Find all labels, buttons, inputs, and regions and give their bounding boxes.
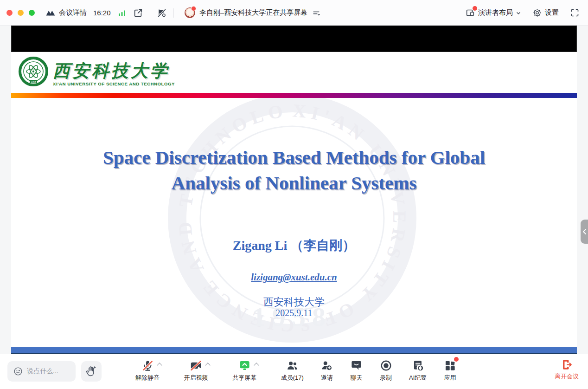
chevron-up-icon[interactable] <box>205 363 210 368</box>
shared-screen-stage: XI'AN UNIVERSITY OF SCIENCE AND TECHNOLO… <box>0 26 588 354</box>
toolbar-buttons: 解除静音 开启视频 <box>135 358 456 382</box>
zoom-window-button[interactable] <box>29 10 35 16</box>
slide-affiliation: 西安科技大学 <box>11 295 577 309</box>
ai-notes-label: AI纪要 <box>409 374 427 382</box>
invite-label: 邀请 <box>321 374 333 382</box>
divider <box>150 8 150 18</box>
mic-off-icon <box>141 359 154 372</box>
members-label: 成员(17) <box>281 374 304 382</box>
divider <box>173 8 174 18</box>
share-screen-label: 共享屏幕 <box>232 374 256 382</box>
close-window-button[interactable] <box>6 10 13 16</box>
meeting-details-label: 会议详情 <box>59 8 87 17</box>
slide-gradient-rule <box>11 93 577 98</box>
window-controls <box>6 0 35 26</box>
chat-placeholder: 说点什么... <box>27 367 58 376</box>
settings-label: 设置 <box>545 8 559 17</box>
unmute-label: 解除静音 <box>135 374 160 382</box>
record-icon <box>380 359 392 372</box>
unmute-button[interactable]: 解除静音 <box>135 358 167 382</box>
meeting-time: 16:20 <box>93 9 111 17</box>
presentation-slide: XI'AN UNIVERSITY OF SCIENCE AND TECHNOLO… <box>11 52 577 347</box>
start-video-label: 开启视频 <box>184 374 208 382</box>
university-logo: 1958 西安科技大学 XI'AN UNIVERSITY OF SCIENCE … <box>19 57 175 86</box>
start-video-button[interactable]: 开启视频 <box>184 358 216 382</box>
titlebar: 会议详情 16:20 李自刚–西安科技大学正在共享屏幕 <box>0 0 588 26</box>
fullscreen-icon[interactable] <box>570 8 580 18</box>
notification-badge <box>454 357 459 362</box>
record-label: 录制 <box>380 374 392 382</box>
annotation-disabled-icon[interactable] <box>157 8 167 18</box>
layout-icon <box>465 8 475 18</box>
members-button[interactable]: 成员(17) <box>281 358 304 382</box>
leave-meeting-icon <box>561 358 573 371</box>
ai-notes-button[interactable]: AI纪要 <box>409 358 427 382</box>
network-signal-icon <box>117 8 127 18</box>
invite-button[interactable]: 邀请 <box>320 358 333 382</box>
ai-notes-icon <box>412 359 424 372</box>
slide-date: 2025.9.11 <box>11 308 577 318</box>
gear-icon <box>532 8 542 18</box>
collapse-lines-icon[interactable] <box>312 8 321 18</box>
meeting-app-logo-icon <box>45 7 56 19</box>
settings-button[interactable]: 设置 <box>532 8 559 18</box>
slide-title: Space Discretization Based Methods for G… <box>11 145 577 196</box>
chevron-up-icon[interactable] <box>254 363 259 368</box>
open-external-icon[interactable] <box>133 8 143 18</box>
minimize-window-button[interactable] <box>18 10 24 16</box>
record-button[interactable]: 录制 <box>380 358 392 382</box>
svg-text:1958: 1958 <box>31 80 36 83</box>
meeting-toolbar: 说点什么... 解除静音 <box>0 354 588 389</box>
chat-input[interactable]: 说点什么... <box>7 361 76 382</box>
slide-author: Zigang Li （李自刚） <box>11 237 577 254</box>
chevron-up-icon[interactable] <box>157 363 162 368</box>
meeting-details-button[interactable]: 会议详情 <box>45 7 87 19</box>
collapse-panel-handle[interactable] <box>581 220 588 244</box>
members-icon <box>286 359 299 372</box>
camera-off-icon <box>190 359 202 372</box>
chevron-down-icon <box>516 10 521 16</box>
emoji-icon <box>13 366 23 376</box>
leave-meeting-button[interactable]: 离开会议 <box>555 358 579 381</box>
slide-email: lizigang@xust.edu.cn <box>11 272 577 283</box>
chat-icon <box>350 359 363 372</box>
apps-button[interactable]: 应用 <box>444 358 456 382</box>
chevron-left-icon <box>582 229 587 234</box>
layout-selector[interactable]: 演讲者布局 <box>465 8 521 18</box>
raise-hand-icon <box>85 365 97 377</box>
raise-hand-button[interactable] <box>81 361 102 382</box>
presenter-avatar <box>185 7 195 18</box>
leave-meeting-label: 离开会议 <box>555 372 579 381</box>
university-seal-icon: 1958 <box>19 57 48 86</box>
shared-screen-letterbox <box>11 26 577 52</box>
apps-label: 应用 <box>444 374 456 382</box>
invite-icon <box>320 359 333 372</box>
university-name-cn: 西安科技大学 <box>53 62 175 80</box>
chat-label: 聊天 <box>350 374 362 382</box>
university-name-en: XI'AN UNIVERSITY OF SCIENCE AND TECHNOLO… <box>53 81 175 86</box>
sharing-status-text: 李自刚–西安科技大学正在共享屏幕 <box>199 8 307 17</box>
screen-share-icon <box>238 359 251 372</box>
slide-footer-bar <box>11 347 577 354</box>
layout-label: 演讲者布局 <box>478 8 513 17</box>
share-screen-button[interactable]: 共享屏幕 <box>232 358 264 382</box>
chat-button[interactable]: 聊天 <box>350 358 363 382</box>
